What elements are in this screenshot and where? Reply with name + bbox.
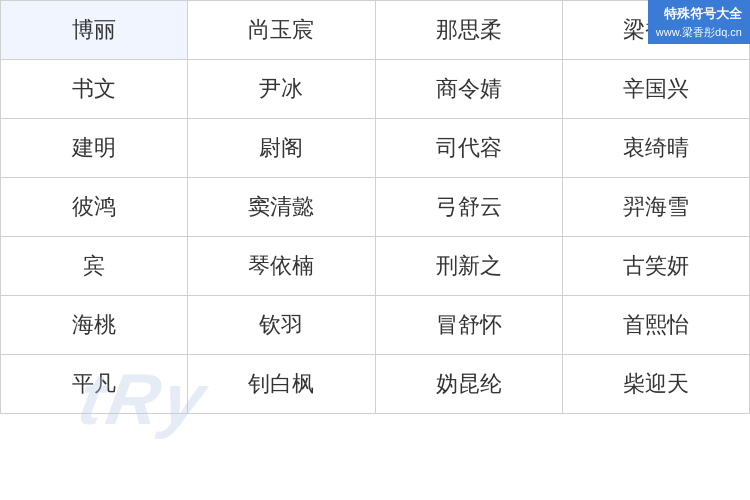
banner-line1: 特殊符号大全 bbox=[656, 4, 742, 24]
table-cell[interactable]: 钦羽 bbox=[188, 296, 375, 355]
table-row: 海桃钦羽冒舒怀首熙怡 bbox=[1, 296, 750, 355]
table-cell[interactable]: 建明 bbox=[1, 119, 188, 178]
table-cell[interactable]: 那思柔 bbox=[375, 1, 562, 60]
table-cell[interactable]: 琴依楠 bbox=[188, 237, 375, 296]
table-row: 彼鸿窦清懿弓舒云羿海雪 bbox=[1, 178, 750, 237]
table-cell[interactable]: 尉阁 bbox=[188, 119, 375, 178]
table-cell[interactable]: 商令婧 bbox=[375, 60, 562, 119]
table-cell[interactable]: 古笑妍 bbox=[562, 237, 749, 296]
table-cell[interactable]: 博丽 bbox=[1, 1, 188, 60]
table-cell[interactable]: 尚玉宸 bbox=[188, 1, 375, 60]
page-container: 特殊符号大全 www.梁香彤dq.cn 博丽尚玉宸那思柔梁香彤书文尹冰商令婧辛国… bbox=[0, 0, 750, 500]
table-cell[interactable]: 刑新之 bbox=[375, 237, 562, 296]
table-cell[interactable]: 弓舒云 bbox=[375, 178, 562, 237]
table-cell[interactable]: 尹冰 bbox=[188, 60, 375, 119]
top-right-banner[interactable]: 特殊符号大全 www.梁香彤dq.cn bbox=[648, 0, 750, 44]
table-cell[interactable]: 宾 bbox=[1, 237, 188, 296]
table-cell[interactable]: 钊白枫 bbox=[188, 355, 375, 414]
banner-line2: www.梁香彤dq.cn bbox=[656, 24, 742, 41]
table-cell[interactable]: 首熙怡 bbox=[562, 296, 749, 355]
names-table: 博丽尚玉宸那思柔梁香彤书文尹冰商令婧辛国兴建明尉阁司代容衷绮晴彼鸿窦清懿弓舒云羿… bbox=[0, 0, 750, 414]
table-cell[interactable]: 辛国兴 bbox=[562, 60, 749, 119]
table-cell[interactable]: 冒舒怀 bbox=[375, 296, 562, 355]
table-cell[interactable]: 柴迎天 bbox=[562, 355, 749, 414]
table-cell[interactable]: 羿海雪 bbox=[562, 178, 749, 237]
table-cell[interactable]: 平凡 bbox=[1, 355, 188, 414]
table-row: 建明尉阁司代容衷绮晴 bbox=[1, 119, 750, 178]
table-cell[interactable]: 书文 bbox=[1, 60, 188, 119]
table-row: 平凡钊白枫妫昆纶柴迎天 bbox=[1, 355, 750, 414]
table-cell[interactable]: 衷绮晴 bbox=[562, 119, 749, 178]
table-row: 宾琴依楠刑新之古笑妍 bbox=[1, 237, 750, 296]
table-cell[interactable]: 司代容 bbox=[375, 119, 562, 178]
table-cell[interactable]: 妫昆纶 bbox=[375, 355, 562, 414]
table-row: 博丽尚玉宸那思柔梁香彤 bbox=[1, 1, 750, 60]
table-row: 书文尹冰商令婧辛国兴 bbox=[1, 60, 750, 119]
table-cell[interactable]: 窦清懿 bbox=[188, 178, 375, 237]
table-cell[interactable]: 彼鸿 bbox=[1, 178, 188, 237]
table-cell[interactable]: 海桃 bbox=[1, 296, 188, 355]
